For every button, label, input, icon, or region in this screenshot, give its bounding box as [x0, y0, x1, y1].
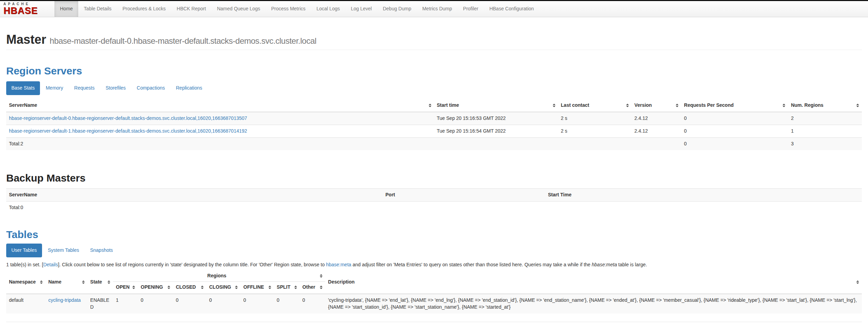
regionserver-link[interactable]: hbase-regionserver-default-1.hbase-regio… [9, 128, 247, 134]
tab-user-tables[interactable]: User Tables [6, 244, 42, 257]
cell-offline-count[interactable]: 0 [241, 294, 274, 313]
backup-masters-total-row: Total:0 [6, 201, 862, 214]
col-open[interactable]: OPEN [113, 282, 138, 294]
region-servers-header-row: ServerName Start time Last contact Versi… [6, 99, 862, 112]
hbase-logo[interactable]: APACHE HBASE [0, 1, 54, 17]
col-version[interactable]: Version [632, 99, 681, 112]
col-offline[interactable]: OFFLINE [241, 282, 274, 294]
col-start-time[interactable]: Start time [434, 99, 558, 112]
sort-icon[interactable] [676, 104, 678, 107]
col-label: Regions [116, 273, 318, 279]
note-link[interactable]: Details [43, 262, 58, 267]
regionserver-row: hbase-regionserver-default-1.hbase-regio… [6, 125, 862, 137]
tab-snapshots[interactable]: Snapshots [85, 244, 118, 257]
col-label: SPLIT [277, 284, 290, 291]
col-label: OFFLINE [243, 284, 264, 291]
col-description[interactable]: Description [325, 270, 862, 294]
user-tables-table: Namespace Name State Regions Description… [6, 270, 862, 313]
col-bm-servername: ServerName [6, 188, 383, 201]
sort-icon[interactable] [268, 286, 271, 289]
tab-system-tables[interactable]: System Tables [43, 244, 84, 257]
sort-icon[interactable] [201, 286, 204, 289]
sort-icon[interactable] [783, 104, 785, 107]
col-bm-port: Port [383, 188, 545, 201]
cell-num-regions: 1 [788, 125, 862, 137]
cell-requests-per-second: 0 [681, 125, 788, 137]
sort-icon[interactable] [167, 286, 170, 289]
col-namespace[interactable]: Namespace [6, 270, 45, 294]
col-label: Version [634, 102, 652, 109]
nav-item-process-metrics[interactable]: Process Metrics [266, 1, 311, 17]
cell-open-count[interactable]: 1 [113, 294, 138, 313]
region-servers-table: ServerName Start time Last contact Versi… [6, 99, 862, 150]
cell-last-contact: 2 s [558, 125, 632, 137]
col-regions-group[interactable]: Regions [113, 270, 325, 281]
cell-other-count[interactable]: 0 [300, 294, 325, 313]
backup-masters-heading: Backup Masters [6, 172, 862, 184]
cell-description: 'cycling-tripdata', {NAME => 'end_lat'},… [325, 294, 862, 313]
sort-icon[interactable] [429, 104, 431, 107]
cell-closed-count[interactable]: 0 [173, 294, 206, 313]
nav-item-debug-dump[interactable]: Debug Dump [377, 1, 417, 17]
table-name-link[interactable]: cycling-tripdata [48, 297, 81, 303]
nav-item-metrics-dump[interactable]: Metrics Dump [417, 1, 457, 17]
sort-icon[interactable] [553, 104, 555, 107]
nav-item-profiler[interactable]: Profiler [458, 1, 484, 17]
sort-icon[interactable] [108, 280, 110, 284]
col-num-regions[interactable]: Num. Regions [788, 99, 862, 112]
tab-replications[interactable]: Replications [171, 81, 207, 95]
tab-memory[interactable]: Memory [41, 81, 69, 95]
nav-item-hbase-configuration[interactable]: HBase Configuration [484, 1, 539, 17]
col-label: Num. Regions [791, 102, 823, 109]
col-label: Start time [437, 102, 459, 109]
user-table-row: default cycling-tripdata ENABLED 1 0 0 0… [6, 294, 862, 313]
nav-item-local-logs[interactable]: Local Logs [311, 1, 346, 17]
nav-item-named-queue-logs[interactable]: Named Queue Logs [212, 1, 266, 17]
tables-tabs: User Tables System Tables Snapshots [6, 244, 862, 257]
tab-base-stats[interactable]: Base Stats [6, 81, 40, 95]
col-other[interactable]: Other [300, 282, 325, 294]
col-closing[interactable]: CLOSING [206, 282, 241, 294]
sort-icon[interactable] [40, 280, 43, 284]
nav-item-log-level[interactable]: Log Level [345, 1, 377, 17]
col-servername[interactable]: ServerName [6, 99, 434, 112]
backup-masters-table: ServerName Port Start Time Total:0 [6, 188, 862, 214]
nav-item-hbck-report[interactable]: HBCK Report [171, 1, 212, 17]
cell-closing-count[interactable]: 0 [206, 294, 241, 313]
page-header: Master hbase-master-default-0.hbase-mast… [6, 33, 862, 50]
total-num-regions: 3 [788, 137, 862, 150]
col-label: Description [328, 279, 355, 286]
tab-storefiles[interactable]: Storefiles [100, 81, 131, 95]
col-name[interactable]: Name [45, 270, 88, 294]
col-requests-per-second[interactable]: Requests Per Second [681, 99, 788, 112]
col-split[interactable]: SPLIT [274, 282, 299, 294]
cell-opening-count[interactable]: 0 [138, 294, 173, 313]
tab-requests[interactable]: Requests [69, 81, 100, 95]
sort-icon[interactable] [856, 280, 859, 284]
nav-items: Home Table Details Procedures & Locks HB… [54, 1, 539, 17]
regionservers-total-row: Total:2 0 3 [6, 137, 862, 150]
col-closed[interactable]: CLOSED [173, 282, 206, 294]
col-label: ServerName [9, 102, 37, 109]
nav-item-procedures-locks[interactable]: Procedures & Locks [117, 1, 171, 17]
sort-icon[interactable] [294, 286, 297, 289]
note-link[interactable]: hbase:meta [326, 262, 351, 267]
sort-icon[interactable] [82, 280, 85, 284]
total-label: Total:2 [6, 137, 434, 150]
cell-split-count[interactable]: 0 [274, 294, 299, 313]
tab-compactions[interactable]: Compactions [132, 81, 170, 95]
region-servers-heading: Region Servers [6, 65, 862, 76]
sort-icon[interactable] [626, 104, 629, 107]
sort-icon[interactable] [856, 104, 859, 107]
col-last-contact[interactable]: Last contact [558, 99, 632, 112]
nav-item-table-details[interactable]: Table Details [78, 1, 117, 17]
sort-icon[interactable] [320, 286, 323, 289]
col-state[interactable]: State [88, 270, 113, 294]
regionserver-link[interactable]: hbase-regionserver-default-0.hbase-regio… [9, 115, 247, 121]
col-opening[interactable]: OPENING [138, 282, 173, 294]
nav-item-home[interactable]: Home [54, 1, 78, 17]
sort-icon[interactable] [235, 286, 238, 289]
cell-version: 2.4.12 [632, 112, 681, 125]
sort-icon[interactable] [132, 286, 135, 289]
sort-icon[interactable] [320, 274, 323, 278]
